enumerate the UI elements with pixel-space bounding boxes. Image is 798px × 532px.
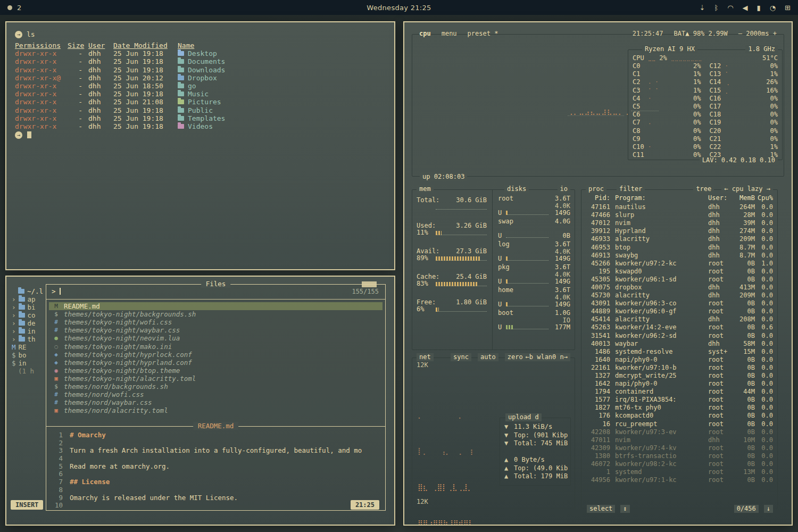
process-row[interactable]: 46913 swaybg dhh 8.7M 0.0 [586,252,773,260]
file-tree-item[interactable]: ~/.l [12,287,45,295]
picker-file-item[interactable]: # themes/tokyo-night/wofi.css [49,318,383,326]
process-row[interactable]: 47012 nvim dhh 39M 0.0 [586,219,773,227]
tab-cpu[interactable]: cpu [419,30,431,38]
picker-file-item[interactable]: # themes/nord/wofi.css [49,390,383,398]
sort-selector[interactable]: ← cpu lazy → [721,185,773,193]
picker-file-item[interactable]: ▣ themes/nord/alacritty.toml [49,406,383,414]
column-user[interactable]: User: [708,194,734,202]
filter-button[interactable]: filter [617,185,645,193]
picker-file-item[interactable]: M README.md [49,302,383,310]
file-tree-item[interactable]: › in [12,327,45,335]
column-mem[interactable]: MemB [734,194,755,202]
process-row[interactable]: 43091 kworker/u96:3-co root 0B 0.0 [586,300,773,307]
process-row[interactable]: 46072 kworker/u98:2-kc root 0B 0.0 [586,460,773,468]
net-mode-button[interactable]: auto [478,353,498,361]
file-row[interactable]: drwxr-xr-x - dhh 25 Jun 19:18 Documents [15,57,386,65]
process-row[interactable]: 1486 systemd-resolve syst+ 15M 0.0 [586,348,773,356]
net-panel-title[interactable]: net [417,353,434,361]
process-row[interactable]: 1827 mt76-tx phy0 root 0B 0.0 [586,404,773,412]
process-row[interactable]: 45730 alacritty dhh 209M 0.0 [586,292,773,300]
picker-search-input[interactable]: > [52,287,61,295]
process-row[interactable]: 46933 alacritty dhh 209M 0.0 [586,235,773,243]
process-row[interactable]: 47161 nautilus dhh 264M 0.0 [586,203,773,211]
process-row[interactable]: 42208 kworker/u97:3-ev root 0B 0.0 [586,428,773,436]
process-row[interactable]: 31541 kworker/u96:2-sd root 0B 0.0 [586,332,773,340]
clock-tray-icon[interactable]: ◔ [770,4,776,11]
process-row[interactable]: 195 kswapd0 root 0B 0.0 [586,268,773,276]
process-row[interactable]: 44956 kworker/u97:1-kc root 0B 0.0 [586,476,773,484]
column-cpu[interactable]: Cpu% [755,194,773,202]
process-row[interactable]: 1794 containerd root 44M 0.0 [586,388,773,396]
file-tree-item[interactable]: › bi [12,303,45,311]
picker-file-item[interactable]: # themes/tokyo-night/waybar.css [49,326,383,334]
file-row[interactable]: drwxr-xr-x - dhh 25 Jun 19:18 Downloads [15,66,386,74]
picker-scrollbar[interactable] [362,281,377,287]
bluetooth-icon[interactable]: ᛒ [714,4,718,11]
interval-minus-button[interactable]: — [738,30,742,37]
file-tree-item[interactable]: › de [12,319,45,327]
process-row[interactable]: 45266 kworker/u97:2-kc root 0B 1.0 [586,260,773,268]
workspace-indicator[interactable]: 2 [7,4,21,12]
picker-file-item[interactable]: ◈ themes/tokyo-night/hyprlock.conf [49,351,383,359]
file-tree-item[interactable]: $ bo [12,351,45,359]
clock[interactable]: Wednesday 21:25 [367,4,431,12]
proc-panel-title[interactable]: proc [586,185,606,193]
file-tree-item[interactable]: M RE [12,343,45,351]
picker-file-item[interactable]: # themes/nord/waybar.css [49,398,383,406]
picker-file-item[interactable]: ◈ themes/tokyo-night/hyprland.conf [49,359,383,367]
tree-toggle[interactable]: tree [693,185,714,193]
file-tree-item[interactable]: (1 h [12,367,45,375]
process-row[interactable]: 46953 btop dhh 8.7M 0.0 [586,243,773,251]
prompt-line-active[interactable]: → [15,130,386,139]
picker-file-item[interactable]: $ themes/tokyo-night/backgrounds.sh [49,310,383,318]
net-interface[interactable]: ←b wlan0 n→ [523,353,570,361]
select-button[interactable]: select [587,505,615,513]
process-row[interactable]: 1 systemd root 13M 0.0 [586,468,773,476]
app-grid-icon[interactable]: ⊞ [785,4,791,11]
preset-button[interactable]: preset * [468,30,498,38]
column-pid[interactable]: Pid: [586,194,610,202]
process-row[interactable]: 176 kcompactd0 root 0B 0.0 [586,412,773,420]
picker-file-item[interactable]: ● themes/tokyo-night/neovim.lua [49,334,383,342]
process-row[interactable]: 16 rcu_preempt root 0B 0.0 [586,420,773,428]
picker-file-item[interactable]: ▣ themes/tokyo-night/alacritty.toml [49,375,383,383]
file-row[interactable]: drwxr-xr-x - dhh 25 Jun 18:50 go [15,82,386,90]
net-mode-button[interactable]: sync [451,353,471,361]
terminal-output[interactable]: → ls Permissions Size User Date Modified… [6,22,394,269]
volume-icon[interactable]: ◀ [743,4,748,11]
process-row[interactable]: 1380 btrfs-transactio root 0B 0.0 [586,452,773,460]
wifi-icon[interactable]: ◠ [727,4,733,11]
file-row[interactable]: drwxr-xr-x - dhh 25 Jun 21:08 Pictures [15,98,386,106]
mem-panel-title[interactable]: mem [417,185,434,193]
menu-button[interactable]: menu [442,30,457,38]
file-tree-item[interactable]: › th [12,335,45,343]
process-row[interactable]: 39912 Hyprland dhh 274M 0.0 [586,227,773,235]
file-row[interactable]: drwxr-xr-x - dhh 25 Jun 19:18 Music [15,90,386,98]
file-row[interactable]: drwxr-xr-x - dhh 25 Jun 19:18 Desktop [15,49,386,57]
battery-icon[interactable]: ▮ [757,4,761,11]
process-row[interactable]: 40013 waybar dhh 58M 0.0 [586,340,773,348]
process-row[interactable]: 44889 kworker/u96:0-gf root 0B 0.0 [586,307,773,315]
process-row[interactable]: 47466 slurp dhh 28M 0.0 [586,211,773,219]
process-row[interactable]: 45305 kworker/u96:1-sd root 0B 0.0 [586,276,773,284]
scroll-down-icon[interactable]: ↓ [764,505,773,513]
file-row[interactable]: drwxr-xr-x - dhh 25 Jun 19:18 Public [15,106,386,114]
file-row[interactable]: drwxr-xr-x - dhh 25 Jun 19:18 Videos [15,122,386,130]
tray-download-icon[interactable]: ⇣ [700,4,705,11]
picker-file-item[interactable]: ◉ themes/tokyo-night/btop.theme [49,367,383,375]
file-tree-item[interactable]: › co [12,311,45,319]
process-row[interactable]: 40075 dropbox dhh 413M 0.0 [586,284,773,292]
file-row[interactable]: drwxr-xr-x@ - dhh 25 Jun 20:12 Dropbox [15,74,386,82]
file-tree-item[interactable]: › ap [12,295,45,303]
process-row[interactable]: 1642 napi/phy0-0 root 0B 0.0 [586,380,773,388]
picker-file-item[interactable]: ◌ themes/tokyo-night/mako.ini [49,342,383,350]
process-row[interactable]: 1327 dmcrypt_write/25 root 0B 0.0 [586,372,773,380]
process-row[interactable]: 1640 napi/phy0-0 root 0B 0.0 [586,356,773,364]
process-row[interactable]: 45263 kworker/14:2-eve root 0B 0.6 [586,323,773,331]
process-row[interactable]: 22161 kworker/u97:10-b root 0B 0.0 [586,364,773,372]
process-row[interactable]: 1577 irq/81-PIXA3854: root 0B 0.0 [586,396,773,404]
file-tree-item[interactable]: $ in [12,359,45,367]
disks-title[interactable]: disks [504,185,529,193]
file-row[interactable]: drwxr-xr-x - dhh 25 Jun 19:18 Templates [15,114,386,122]
process-row[interactable]: 47011 nvim dhh 10M 0.0 [586,436,773,444]
